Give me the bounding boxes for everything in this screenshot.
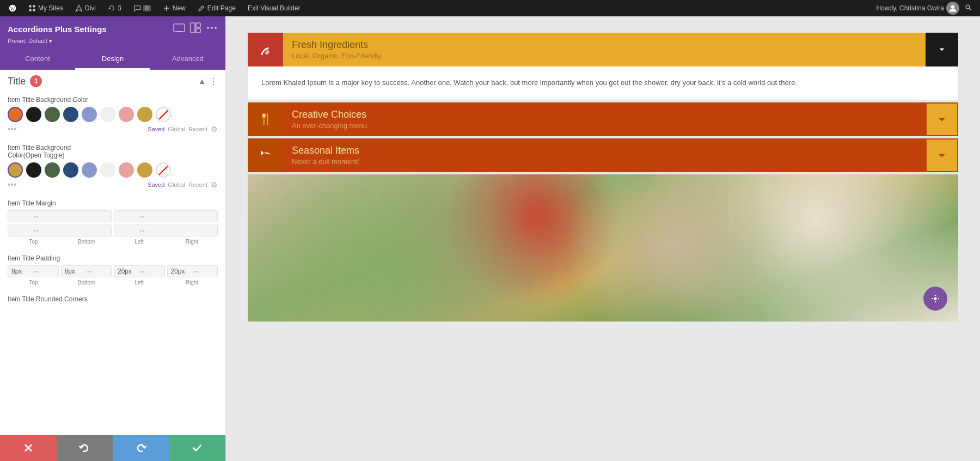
svg-point-29 [932, 298, 933, 300]
color-swatch-open-darkgreen[interactable] [45, 162, 60, 178]
accordion-fresh-header[interactable]: Fresh Ingredients Local. Organic. Eco-Fr… [248, 33, 958, 66]
accordion-fresh-title: Fresh Ingredients [292, 39, 917, 51]
sidebar-icon-group [173, 22, 218, 36]
color-swatch-open-black[interactable] [26, 162, 41, 178]
cancel-button[interactable] [0, 435, 57, 461]
svg-point-18 [211, 27, 213, 29]
section-title-text: Title [8, 76, 26, 87]
padding-top-input[interactable] [11, 268, 33, 275]
title-section-header: Title 1 ▲ ⋮ [8, 75, 218, 90]
accordion-creative-arrow[interactable] [926, 102, 958, 136]
color-swatch-open-white[interactable] [100, 162, 115, 178]
gear-icon[interactable]: ⚙ [211, 125, 218, 134]
margin-left-input[interactable] [11, 227, 33, 234]
color-swatch-orange[interactable] [8, 107, 23, 122]
saved-label-open[interactable]: Saved [148, 181, 164, 188]
section-collapse-button[interactable]: ▲ [198, 77, 206, 86]
save-button[interactable] [169, 435, 226, 461]
margin-top-wrap: ⊶ [8, 210, 112, 222]
padding-link-icon-4[interactable]: ⊶ [193, 269, 198, 275]
padding-link-icon-3[interactable]: ⊶ [139, 269, 145, 275]
food-overlay-button[interactable] [923, 287, 947, 311]
color-swatch-darkgreen[interactable] [45, 107, 60, 122]
color-swatch-open-darkblue[interactable] [63, 162, 78, 178]
margin-link-icon-2[interactable]: ⊶ [139, 214, 145, 220]
padding-left-input[interactable] [118, 268, 139, 275]
exit-vb-label: Exit Visual Builder [248, 4, 301, 12]
svg-rect-14 [191, 23, 195, 33]
padding-link-icon[interactable]: ⊶ [33, 269, 39, 275]
wp-logo[interactable]: W [4, 0, 21, 16]
svg-text:W: W [10, 6, 15, 11]
color-swatch-pink[interactable] [119, 107, 134, 122]
my-sites[interactable]: My Sites [24, 0, 68, 16]
accordion-seasonal-header[interactable]: Seasonal Items Never a dull moment! [248, 138, 958, 172]
color-swatch-open-lightblue[interactable] [82, 162, 97, 178]
tab-content[interactable]: Content [0, 49, 75, 70]
count-label: 3 [118, 4, 121, 12]
color-swatch-open-gold[interactable] [8, 162, 23, 178]
saved-label[interactable]: Saved [148, 126, 164, 132]
accordion-creative-header[interactable]: Creative Choices An ever-changing menu [248, 102, 958, 136]
color-swatch-open-none[interactable] [156, 162, 171, 178]
color-swatch-black[interactable] [26, 107, 41, 122]
global-label-open[interactable]: Global [168, 181, 185, 188]
admin-bar: W My Sites Divi 3 0 New Edit Page Exit V… [0, 0, 980, 16]
accordion-fresh-arrow[interactable] [926, 33, 958, 66]
section-more-button[interactable]: ⋮ [209, 76, 218, 87]
undo-button[interactable] [57, 435, 113, 461]
sidebar-icon-more[interactable] [206, 22, 218, 36]
padding-right-input[interactable] [171, 268, 193, 275]
color-swatch-darkblue[interactable] [63, 107, 78, 122]
new-button[interactable]: New [158, 0, 190, 16]
recent-label[interactable]: Recent [188, 126, 207, 132]
margin-right-input[interactable] [118, 227, 139, 234]
recent-label-open[interactable]: Recent [188, 181, 207, 188]
margin-bottom-input[interactable] [118, 213, 139, 220]
svg-point-25 [268, 155, 269, 156]
global-label[interactable]: Global [168, 126, 185, 132]
margin-inputs: ⊶ ⊶ ⊶ [8, 210, 218, 236]
redo-button[interactable] [113, 435, 169, 461]
color-swatch-white[interactable] [100, 107, 115, 122]
accordion-seasonal-title-col: Seasonal Items Never a dull moment! [283, 138, 926, 172]
margin-bottom-wrap: ⊶ [114, 210, 218, 222]
gear-icon-open[interactable]: ⚙ [211, 180, 218, 189]
padding-bottom-input[interactable] [65, 268, 87, 275]
svg-point-30 [938, 298, 940, 300]
padding-link-icon-2[interactable]: ⊶ [87, 269, 92, 275]
margin-link-icon[interactable]: ⊶ [33, 214, 39, 220]
color-swatch-gold[interactable] [137, 107, 152, 122]
accordion-seasonal-arrow[interactable] [926, 138, 958, 172]
margin-link-icon-4[interactable]: ⊶ [139, 228, 145, 234]
preset-row[interactable]: Preset: Default ▾ [8, 38, 218, 45]
refresh-count[interactable]: 3 [103, 0, 126, 16]
color-dots-open[interactable]: ••• [8, 180, 17, 190]
margin-top-input[interactable] [11, 213, 33, 220]
exit-visual-builder-button[interactable]: Exit Visual Builder [243, 0, 305, 16]
accordion-fresh: Fresh Ingredients Local. Organic. Eco-Fr… [248, 33, 958, 100]
svg-rect-2 [29, 5, 31, 7]
color-swatch-lightblue[interactable] [82, 107, 97, 122]
item-title-rounded-label: Item Title Rounded Corners [8, 295, 218, 303]
edit-page-button[interactable]: Edit Page [193, 0, 240, 16]
svg-line-10 [969, 8, 971, 10]
user-avatar [946, 2, 959, 15]
tab-advanced[interactable]: Advanced [150, 49, 225, 70]
color-swatch-open-gold2[interactable] [137, 162, 152, 178]
divi-link[interactable]: Divi [71, 0, 100, 16]
color-swatch-open-pink[interactable] [119, 162, 134, 178]
sidebar-icon-layout[interactable] [189, 22, 201, 36]
sidebar-icon-screen[interactable] [173, 22, 185, 36]
tab-design[interactable]: Design [75, 49, 150, 70]
preset-label: Preset: Default [8, 38, 47, 44]
margin-link-icon-3[interactable]: ⊶ [33, 228, 39, 234]
sidebar-title: Accordions Plus Settings [8, 25, 107, 34]
comments[interactable]: 0 [129, 0, 155, 16]
margin-labels: Top Bottom Left Right [8, 239, 218, 245]
section-badge: 1 [30, 75, 42, 87]
color-dots[interactable]: ••• [8, 124, 17, 134]
color-swatch-none[interactable] [156, 107, 171, 122]
search-icon[interactable] [961, 4, 976, 13]
margin-right-wrap: ⊶ [114, 225, 218, 236]
